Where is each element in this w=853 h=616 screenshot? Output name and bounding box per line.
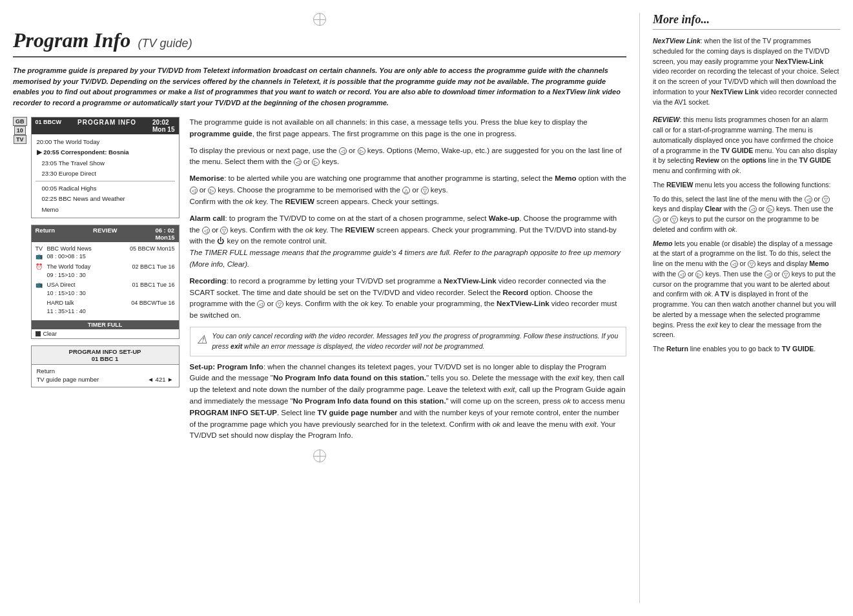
- para-intro: The programme guide is not available on …: [190, 117, 627, 140]
- review-program: USA Direct10 : 15>10 : 30: [47, 281, 123, 297]
- page-container: Program Info (TV guide) The programme gu…: [0, 0, 853, 616]
- clear-square-icon: [36, 331, 41, 336]
- review-body: TV 📺 BBC World News08 : 00>08 : 15 05 BB…: [32, 242, 179, 320]
- screen-row: 02:25 BBC News and Weather: [36, 194, 175, 204]
- sidebar-clear-text: To do this, select the last line of the …: [653, 194, 840, 235]
- sidebar-review-intro: REVIEW: this menu lists programmes chose…: [653, 115, 840, 176]
- clear-label: Clear: [43, 331, 57, 337]
- setup-header2: 01 BBC 1: [36, 355, 175, 362]
- review-program: HARD talk11 : 35>11 : 40: [47, 299, 123, 315]
- sidebar-review-sub: The REVIEW menu lets you access the foll…: [653, 180, 840, 190]
- review-screen: Return REVIEW 06 : 02Mon15 TV 📺 BBC Worl…: [31, 225, 180, 339]
- sidebar-return-text: The Return line enables you to go back t…: [653, 344, 840, 354]
- clear-row: Clear: [32, 329, 179, 338]
- two-col-layout: GB 10 TV 01 BBCW PROGRAM INFO 20:02Mon 1…: [13, 117, 626, 447]
- right-col: The programme guide is not available on …: [190, 117, 627, 447]
- page-subtitle: (TV guide): [138, 37, 192, 50]
- main-content: Program Info (TV guide) The programme gu…: [13, 13, 640, 603]
- setup-header: PROGRAM INFO SET-UP 01 BBC 1: [32, 346, 179, 365]
- page-title-area: Program Info (TV guide): [13, 28, 626, 57]
- page-number: 421: [156, 376, 166, 383]
- para-alarm: Alarm call: to program the TV/DVD to com…: [190, 213, 627, 271]
- review-channel: 04 BBCWTue 16: [123, 299, 175, 307]
- screen1-header: 01 BBCW PROGRAM INFO 20:02Mon 15: [32, 118, 179, 134]
- review-header: Return REVIEW 06 : 02Mon15: [32, 225, 179, 242]
- screen-row: 20:00 The World Today: [36, 137, 175, 147]
- review-title: REVIEW: [93, 227, 117, 241]
- left-col: 01 BBCW PROGRAM INFO 20:02Mon 15 20:00 T…: [31, 117, 180, 387]
- setup-page-row: TV guide page number ◄ 421 ►: [37, 376, 174, 383]
- review-time: 06 : 02Mon15: [155, 227, 174, 241]
- setup-box: PROGRAM INFO SET-UP 01 BBC 1 Return TV g…: [31, 345, 180, 387]
- sidebar-title: More info...: [653, 13, 840, 30]
- crosshair-top-icon: [313, 13, 326, 26]
- sidebar: More info... NexTView Link: when the lis…: [640, 13, 840, 603]
- screen1-body: 20:00 The World Today ▶ 20:55 Correspond…: [32, 134, 179, 218]
- arrow-left: ◄: [148, 376, 154, 383]
- screen-row-active: ▶ 20:55 Correspondent: Bosnia: [36, 147, 175, 158]
- sidebar-nextview-section: NexTView Link: when the list of the TV p…: [653, 36, 840, 107]
- tv-memo-icon: 📺: [36, 281, 47, 289]
- review-row: 📺 USA Direct10 : 15>10 : 30 01 BBC1 Tue …: [36, 281, 175, 297]
- crosshair-top: [13, 13, 626, 26]
- timer-full-label: TIMER FULL: [32, 320, 179, 329]
- sidebar-memo-text: Memo lets you enable (or disable) the di…: [653, 239, 840, 341]
- screen-row: 23:30 Europe Direct: [36, 169, 175, 179]
- review-channel: 01 BBC1 Tue 16: [123, 281, 175, 289]
- review-row: TV 📺 BBC World News08 : 00>08 : 15 05 BB…: [36, 245, 175, 261]
- para-memorise: Memorise: to be alerted while you are wa…: [190, 173, 627, 207]
- setup-body: Return TV guide page number ◄ 421 ►: [32, 365, 179, 387]
- gb-side-tag: GB 10 TV: [13, 117, 27, 144]
- setup-row-label: TV guide page number: [37, 376, 99, 383]
- para-recording: Recording: to record a programme by lett…: [190, 276, 627, 322]
- screen-divider: [36, 181, 175, 181]
- screen1-title: PROGRAM INFO: [77, 119, 136, 133]
- note-text: You can only cancel recording with the v…: [212, 331, 620, 352]
- crosshair-bottom: [13, 449, 626, 462]
- setup-return-row: Return: [37, 367, 174, 375]
- note-icon: ⚠: [197, 331, 207, 349]
- left-col-wrapper: GB 10 TV 01 BBCW PROGRAM INFO 20:02Mon 1…: [13, 117, 180, 447]
- program-info-screen: 01 BBCW PROGRAM INFO 20:02Mon 15 20:00 T…: [31, 117, 180, 218]
- sidebar-review-section: REVIEW: this menu lists programmes chose…: [653, 115, 840, 354]
- review-program: The World Today09 : 15>10 : 30: [47, 263, 123, 279]
- review-channel: 02 BBC1 Tue 16: [123, 263, 175, 271]
- review-row: ⏰ The World Today09 : 15>10 : 30 02 BBC1…: [36, 263, 175, 279]
- screen-row: 23:05 The Travel Show: [36, 158, 175, 169]
- gb-number: 10: [14, 126, 26, 135]
- para-setup: Set-up: Program Info: when the channel c…: [190, 362, 627, 442]
- screen-row-memo: Memo: [36, 205, 175, 215]
- intro-text: The programme guide is prepared by your …: [13, 65, 626, 108]
- note-box: ⚠ You can only cancel recording with the…: [190, 327, 627, 356]
- setup-return-label: Return: [37, 367, 56, 375]
- review-row: HARD talk11 : 35>11 : 40 04 BBCWTue 16: [36, 299, 175, 315]
- sidebar-nextview-text: NexTView Link: when the list of the TV p…: [653, 36, 840, 107]
- gb-label: GB: [13, 117, 27, 126]
- setup-arrows: ◄ 421 ►: [148, 376, 174, 383]
- para-navigation: To display the previous or next page, us…: [190, 145, 627, 169]
- screen1-time: 20:02Mon 15: [152, 119, 174, 133]
- review-program: BBC World News08 : 00>08 : 15: [47, 245, 123, 261]
- tv-label: TV: [14, 135, 26, 144]
- setup-header1: PROGRAM INFO SET-UP: [36, 348, 175, 355]
- alarm-icon: ⏰: [36, 263, 47, 271]
- review-channel: 05 BBCW Mon15: [123, 245, 175, 253]
- review-return: Return: [36, 227, 56, 241]
- screen-row: 00:05 Radical Highs: [36, 183, 175, 194]
- arrow-right: ►: [167, 376, 173, 383]
- screen1-channel: 01 BBCW: [36, 119, 62, 133]
- page-title: Program Info: [13, 28, 130, 52]
- tv-icon: TV 📺: [36, 245, 47, 261]
- crosshair-bottom-icon: [313, 449, 326, 462]
